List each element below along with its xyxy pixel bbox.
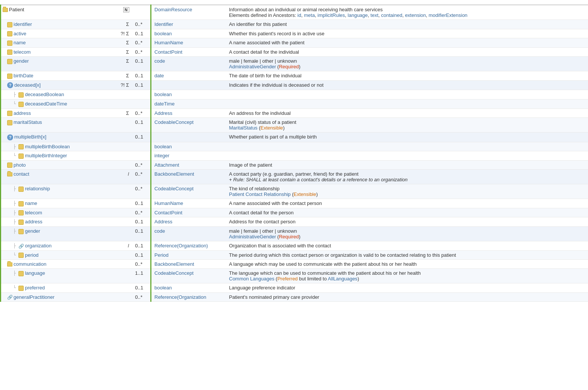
type-link[interactable]: integer bbox=[154, 153, 169, 158]
type-link[interactable]: boolean bbox=[154, 144, 172, 149]
binding-strength-link[interactable]: Required bbox=[279, 234, 299, 239]
cardinality-cell: 0..* bbox=[132, 160, 151, 170]
all-languages-link[interactable]: AllLanguages bbox=[328, 276, 358, 282]
row-name-text: contact bbox=[14, 171, 29, 177]
desc-text: An address for the individual bbox=[229, 110, 291, 116]
type-link[interactable]: code bbox=[154, 58, 165, 64]
desc-cell: An identifier for this patient bbox=[226, 20, 588, 29]
binding-strength-link[interactable]: Preferred bbox=[277, 276, 298, 282]
ancestor-link[interactable]: id bbox=[298, 12, 301, 18]
flags-cell: Σ bbox=[106, 71, 132, 81]
cardinality-cell: 1..1 bbox=[132, 269, 151, 283]
type-link[interactable]: ContactPoint bbox=[154, 210, 182, 215]
desc-cell: Organization that is associated with the… bbox=[226, 241, 588, 251]
table-row: └ preferred0..1booleanLanguage preferenc… bbox=[1, 283, 588, 293]
desc-text: The date of birth for the individual bbox=[229, 73, 302, 78]
type-link[interactable]: Address bbox=[154, 219, 172, 224]
desc-cell: Address for the contact person bbox=[226, 217, 588, 227]
flags-cell: Σ bbox=[106, 47, 132, 57]
type-link[interactable]: CodeableConcept bbox=[154, 186, 193, 191]
type-link[interactable]: date bbox=[154, 73, 164, 78]
binding-link[interactable]: MaritalStatus bbox=[229, 125, 258, 131]
table-row: photo0..*AttachmentImage of the patient bbox=[1, 160, 588, 170]
flag-i: I bbox=[128, 243, 129, 248]
table-row: PatientNDomainResourceInformation about … bbox=[1, 5, 588, 20]
type-link[interactable]: Identifier bbox=[154, 21, 173, 27]
cardinality-cell: 0..* bbox=[132, 47, 151, 57]
type-link[interactable]: dateTime bbox=[154, 101, 175, 107]
row-name-text: address bbox=[14, 110, 31, 116]
name-cell: telecom bbox=[1, 47, 106, 57]
tree-prefix: └ bbox=[13, 101, 18, 107]
type-link[interactable]: Reference(Organization) bbox=[154, 243, 208, 248]
binding-link[interactable]: AdministrativeGender bbox=[229, 234, 276, 239]
ancestor-link[interactable]: text bbox=[370, 12, 378, 18]
desc-text: male | female | other | unknown bbox=[229, 228, 297, 234]
binding-strength-link[interactable]: Required bbox=[279, 64, 299, 69]
table-header bbox=[1, 0, 588, 5]
type-link[interactable]: Address bbox=[154, 110, 172, 116]
tree-prefix: ├ bbox=[13, 271, 18, 276]
type-link[interactable]: HumanName bbox=[154, 40, 183, 45]
table-row: contactI0..*BackboneElementA contact par… bbox=[1, 170, 588, 184]
ancestor-link[interactable]: implicitRules bbox=[317, 12, 345, 18]
type-link[interactable]: code bbox=[154, 228, 165, 234]
row-name-text: telecom bbox=[14, 49, 31, 55]
cardinality-cell: 0..1 bbox=[132, 241, 151, 251]
type-link[interactable]: ContactPoint bbox=[154, 49, 182, 55]
table-row: nameΣ0..*HumanNameA name associated with… bbox=[1, 38, 588, 48]
ancestor-link[interactable]: extension bbox=[405, 12, 426, 18]
row-name-text: communication bbox=[14, 261, 46, 267]
tree-prefix: ├ bbox=[13, 219, 18, 224]
desc-cell: An address for the individual bbox=[226, 108, 588, 118]
table-row: ├ multipleBirthBooleanboolean bbox=[1, 142, 588, 151]
desc-cell: Information about an individual or anima… bbox=[226, 5, 588, 20]
type-link[interactable]: BackboneElement bbox=[154, 261, 194, 267]
type-link[interactable]: CodeableConcept bbox=[154, 270, 193, 276]
table-row: ├ language1..1CodeableConceptThe languag… bbox=[1, 269, 588, 283]
ancestor-link[interactable]: contained bbox=[381, 12, 402, 18]
desc-text: An identifier for this patient bbox=[229, 21, 287, 27]
type-link[interactable]: boolean bbox=[154, 285, 172, 291]
binding-link[interactable]: Common Languages bbox=[229, 276, 275, 282]
type-link[interactable]: boolean bbox=[154, 92, 172, 97]
type-link[interactable]: DomainResource bbox=[154, 7, 192, 12]
ancestor-link[interactable]: modifierExtension bbox=[429, 12, 467, 18]
element-icon bbox=[18, 102, 24, 107]
type-cell: HumanName bbox=[151, 199, 226, 208]
ancestor-link[interactable]: language bbox=[348, 12, 368, 18]
name-cell: identifier bbox=[1, 20, 106, 29]
tree-prefix: ├ bbox=[13, 186, 18, 191]
desc-text: Language preference indicator bbox=[229, 285, 295, 291]
name-cell: ├ address bbox=[1, 217, 106, 227]
binding-strength-link[interactable]: Extensible bbox=[294, 191, 316, 197]
cardinality-cell: 0..1 bbox=[132, 250, 151, 260]
type-cell: Address bbox=[151, 217, 226, 227]
type-link[interactable]: CodeableConcept bbox=[154, 119, 193, 125]
table-row: birthDateΣ0..1dateThe date of birth for … bbox=[1, 71, 588, 81]
type-link[interactable]: boolean bbox=[154, 31, 172, 36]
tree-prefix: ├ bbox=[13, 92, 18, 97]
type-link[interactable]: Attachment bbox=[154, 162, 179, 168]
flags-cell: Σ bbox=[106, 38, 132, 48]
flag-text: ?! Σ bbox=[121, 31, 129, 36]
flags-cell bbox=[106, 133, 132, 142]
binding-strength-link[interactable]: Extensible bbox=[260, 125, 283, 131]
type-cell: Period bbox=[151, 250, 226, 260]
binding-link[interactable]: Patient Contact Relationship bbox=[229, 191, 291, 197]
name-cell: └ preferred bbox=[1, 283, 106, 293]
flag-text: Σ bbox=[126, 49, 129, 55]
type-cell: boolean bbox=[151, 283, 226, 293]
cardinality-cell: 0..1 bbox=[132, 217, 151, 227]
flags-cell: I bbox=[106, 170, 132, 184]
ancestor-link[interactable]: meta bbox=[304, 12, 315, 18]
binding-link[interactable]: AdministrativeGender bbox=[229, 64, 276, 69]
name-cell: ├ telecom bbox=[1, 208, 106, 217]
type-link[interactable]: Period bbox=[154, 252, 169, 258]
type-link[interactable]: Reference(Organization bbox=[154, 294, 206, 300]
desc-cell bbox=[226, 99, 588, 108]
type-cell: boolean bbox=[151, 142, 226, 151]
name-cell: active bbox=[1, 29, 106, 38]
type-link[interactable]: BackboneElement bbox=[154, 171, 194, 177]
type-link[interactable]: HumanName bbox=[154, 200, 183, 206]
